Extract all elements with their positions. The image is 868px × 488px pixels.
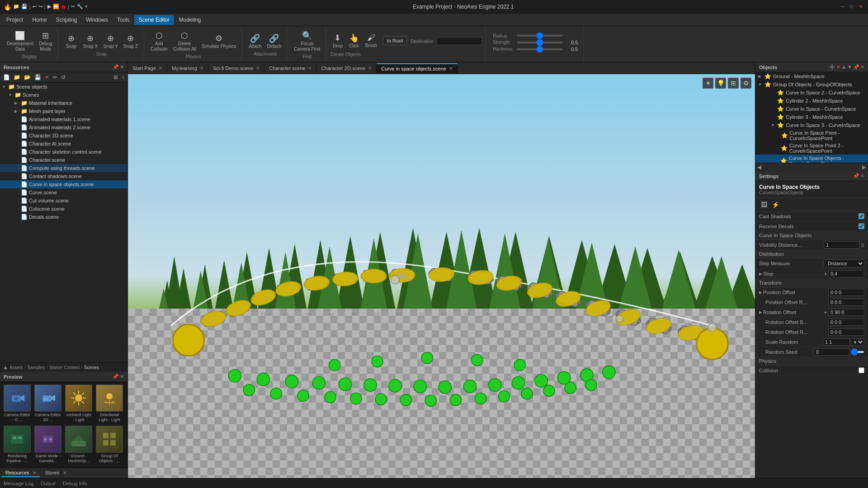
new-file-btn[interactable]: 📄 — [2, 73, 11, 81]
obj-add-btn[interactable]: ➕ — [829, 64, 835, 70]
tree-item-curve-objects[interactable]: 📄 Curve in space objects.scene — [0, 180, 127, 188]
obj-group-objects[interactable]: ▼ ⭐ Group Of Objects - GroupOfObjects — [755, 80, 868, 89]
tree-item-mesh-paint[interactable]: ▶ 📁 Mesh paint layer — [0, 107, 127, 115]
tab-character[interactable]: Character.scene ✕ — [264, 64, 316, 73]
refresh-btn[interactable]: ↺ — [60, 73, 67, 81]
tree-item-decals[interactable]: 📄 Decals.scene — [0, 213, 127, 221]
step-input[interactable] — [828, 270, 864, 277]
thumb-rendering-pipeline[interactable]: Rendering Pipeline - ... — [3, 426, 32, 465]
obj-curve-point2[interactable]: ⭐ Curve In Space Point 2 - CurveInSpaceP… — [755, 142, 868, 155]
rotation-offset-input[interactable] — [828, 309, 864, 316]
delete-btn[interactable]: ✕ — [43, 73, 51, 81]
settings-component-btn[interactable]: 🖼 — [759, 200, 769, 209]
obj-scroll-right-btn[interactable]: ▶ — [862, 164, 866, 170]
viewport-grid-btn[interactable]: ⊞ — [728, 78, 739, 89]
obj-curve-objects[interactable]: ⭐ Curve In Space Objects - CurveInSpaceO… — [755, 155, 868, 163]
window-controls[interactable]: ─ □ ✕ — [839, 3, 864, 10]
preview-close-icon[interactable]: ✕ — [120, 374, 124, 380]
viewport-sun-btn[interactable]: ☀ — [703, 78, 713, 89]
scale-random-dropdown[interactable]: ▾ — [851, 338, 864, 346]
to-root-btn[interactable]: to Root — [383, 36, 407, 45]
strength-slider[interactable] — [517, 42, 562, 43]
tree-item-char[interactable]: 📄 Character.scene — [0, 156, 127, 164]
message-log-btn[interactable]: Message Log — [4, 481, 33, 486]
obj-move-down-btn[interactable]: ▼ — [847, 64, 852, 70]
random-seed-slider[interactable] — [851, 351, 864, 353]
position-offset-input[interactable] — [828, 289, 864, 296]
close-btn[interactable]: ✕ — [857, 3, 864, 10]
tree-item-scenes[interactable]: ▼ 📁 Scenes — [0, 91, 127, 99]
tab-my-learning[interactable]: My.learning ✕ — [167, 64, 208, 73]
radius-slider[interactable] — [517, 35, 562, 37]
viewport[interactable]: A1 B1 C1 D1 E1 F1 G1 H1 A2 B2 C2 D2 — [128, 74, 755, 478]
thumb-ambient-light[interactable]: Ambient Light - Light — [64, 385, 93, 424]
attach-btn[interactable]: 🔗 Attach — [246, 32, 264, 51]
obj-close-btn[interactable]: ✕ — [860, 64, 864, 70]
thumb-group-objects[interactable]: Group Of Objects - ... — [95, 426, 124, 465]
pos-offset-arrow[interactable]: ▶ — [759, 290, 762, 295]
rotation-plus-btn[interactable]: + — [824, 309, 827, 316]
rename-btn[interactable]: ✏ — [52, 73, 59, 81]
panel-pin-icon[interactable]: 📌 — [113, 64, 119, 70]
viewport-light-btn[interactable]: 💡 — [715, 78, 726, 89]
save-btn[interactable]: 💾 — [33, 73, 42, 81]
random-seed-input[interactable] — [814, 348, 850, 356]
maximize-btn[interactable]: □ — [848, 3, 855, 10]
add-collision-btn[interactable]: ⬡ AddCollision — [148, 29, 170, 53]
viewport-settings-btn[interactable]: ⚙ — [741, 78, 751, 89]
tree-item-compute[interactable]: 📄 Compute using threads.scene — [0, 164, 127, 172]
obj-move-up-btn[interactable]: ▲ — [841, 64, 846, 70]
step-plus-btn[interactable]: + — [824, 270, 827, 277]
focus-camera-btn[interactable]: 🔍 FocusCamera Find — [292, 29, 322, 53]
thumb-camera-editor[interactable]: Camera Editor - C... — [3, 385, 32, 424]
stores-tab[interactable]: Stores ✕ — [42, 469, 70, 477]
menu-item-windows[interactable]: Windows — [81, 15, 113, 25]
snap-y-btn[interactable]: ⊕ Snap Y — [101, 32, 120, 51]
preview-pin-icon[interactable]: 📌 — [113, 374, 119, 380]
cast-shadows-checkbox[interactable] — [859, 213, 864, 219]
menu-item-scripting[interactable]: Scripting — [51, 15, 81, 25]
tab-scifi[interactable]: Sci-fi Demo.scene ✕ — [208, 64, 264, 73]
tab-start-page[interactable]: Start Page ✕ — [128, 64, 167, 73]
obj-curve3[interactable]: ▼ ⭐ Curve In Space 3 - CurveInSpace — [755, 121, 868, 129]
tree-item-curve[interactable]: 📄 Curve.scene — [0, 188, 127, 197]
filter-btn[interactable]: ⊞ — [112, 73, 119, 81]
debug-mode-btn[interactable]: ⊞ DebugMode — [37, 29, 54, 53]
brush-btn[interactable]: 🖌 Brush — [363, 32, 379, 50]
tree-item-cutscene[interactable]: 📄 Cutscene.scene — [0, 205, 127, 213]
obj-curve2[interactable]: ⭐ Curve In Space 2 - CurveInSpace — [755, 89, 868, 97]
obj-delete-btn[interactable]: ✕ — [836, 64, 840, 70]
obj-ground[interactable]: ▶ ⭐ Ground - MeshInSpace — [755, 72, 868, 80]
detach-btn[interactable]: 🔗 Detach — [265, 32, 284, 51]
tree-item-charai[interactable]: 📄 Character AI.scene — [0, 140, 127, 148]
thumb-ground[interactable]: Ground - MeshInSp... — [64, 426, 93, 465]
output-btn[interactable]: Output — [41, 481, 56, 486]
panel-close-icon[interactable]: ✕ — [120, 64, 124, 70]
tree-item-char2d[interactable]: 📄 Character 2D.scene — [0, 131, 127, 140]
scale-random-input[interactable] — [823, 338, 850, 346]
click-btn[interactable]: 👆 Click — [347, 32, 361, 50]
settings-pin-btn[interactable]: 📌 — [853, 173, 859, 179]
settings-close-btn[interactable]: ✕ — [860, 173, 864, 179]
tree-item-contact[interactable]: 📄 Contact shadows.scene — [0, 172, 127, 180]
tab-char2d[interactable]: Character 2D.scene ✕ — [316, 64, 377, 73]
drop-btn[interactable]: ⬇ Drop — [330, 32, 345, 50]
snap-z-btn[interactable]: ⊕ Snap Z — [121, 32, 140, 51]
obj-cylinder3[interactable]: ⭐ Cylinder 3 - MeshInSpace — [755, 113, 868, 121]
destination-input[interactable] — [437, 37, 482, 45]
delete-collision-btn[interactable]: ⬡ DeleteCollision All — [171, 29, 198, 53]
tree-item-anim1[interactable]: 📄 Animated materials 1.scene — [0, 115, 127, 123]
thumb-camera-editor-2d[interactable]: 2D Camera Editor 2D ... — [33, 385, 62, 424]
tree-item-charskel[interactable]: 📄 Character skeleton control.scene — [0, 148, 127, 156]
tree-item-material-inheritance[interactable]: ▶ 📁 Material inheritance — [0, 99, 127, 107]
menu-item-modeling[interactable]: Modeling — [174, 15, 205, 25]
hardness-slider[interactable] — [517, 48, 562, 50]
tree-item-anim2[interactable]: 📄 Animated materials 2.scene — [0, 123, 127, 131]
obj-pin-btn[interactable]: 📌 — [853, 64, 859, 70]
obj-scroll-left-btn[interactable]: ◀ — [757, 164, 761, 170]
position-offset-r-input[interactable] — [828, 299, 864, 306]
snap-x-btn[interactable]: ⊕ Snap X — [80, 32, 100, 51]
menu-item-home[interactable]: Home — [28, 15, 51, 25]
collision-checkbox[interactable] — [859, 367, 864, 373]
step-measure-dropdown[interactable]: Distance Count — [824, 259, 864, 267]
